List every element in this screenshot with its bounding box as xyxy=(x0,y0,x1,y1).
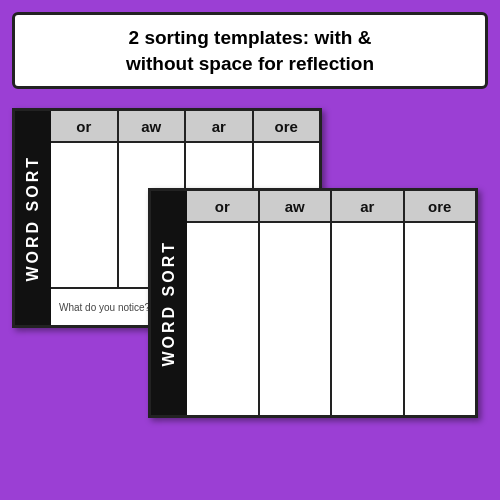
card2-header-or: or xyxy=(187,191,260,221)
card2-label-text: WORD SORT xyxy=(160,240,178,367)
card2-col-3 xyxy=(332,223,405,415)
card1-header-ore: ore xyxy=(254,111,320,141)
card1-header-aw: aw xyxy=(119,111,187,141)
card2-body xyxy=(187,223,475,415)
card2-col-4 xyxy=(405,223,476,415)
card2-header-row: or aw ar ore xyxy=(187,191,475,223)
card1-header-ar: ar xyxy=(186,111,254,141)
card1-col-1 xyxy=(51,143,119,287)
card2-grid: or aw ar ore xyxy=(187,191,475,415)
card2-header-ore: ore xyxy=(405,191,476,221)
card2-col-1 xyxy=(187,223,260,415)
card2-template: WORD SORT or aw ar ore xyxy=(148,188,478,418)
card2-col-2 xyxy=(260,223,333,415)
card2-word-sort-label: WORD SORT xyxy=(151,191,187,415)
card2-header-aw: aw xyxy=(260,191,333,221)
card1-label-text: WORD SORT xyxy=(24,155,42,282)
title-line1: 2 sorting templates: with & xyxy=(129,27,372,48)
title-line2: without space for reflection xyxy=(126,53,374,74)
card1-word-sort-label: WORD SORT xyxy=(15,111,51,325)
card1-header-row: or aw ar ore xyxy=(51,111,319,143)
title-box: 2 sorting templates: with & without spac… xyxy=(12,12,488,89)
card1-reflection-prompt: What do you notice? xyxy=(59,302,150,313)
card1-header-or: or xyxy=(51,111,119,141)
card2-header-ar: ar xyxy=(332,191,405,221)
